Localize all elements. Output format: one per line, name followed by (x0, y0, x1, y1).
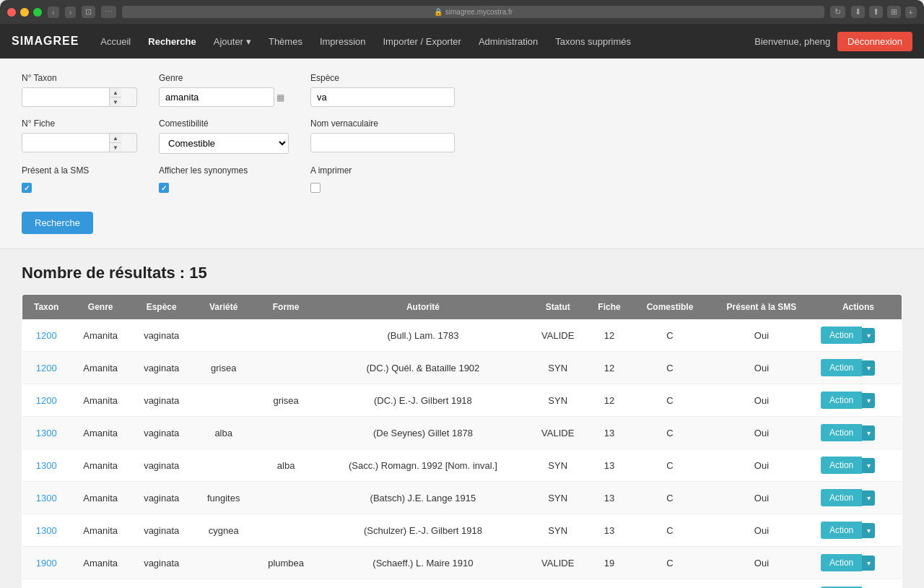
cell-autorite: (Sacc.) Romagn. 1992 [Nom. inval.] (317, 449, 528, 482)
cell-espece: vaginata (131, 449, 193, 482)
forward-button[interactable]: › (65, 7, 77, 18)
nav-accueil[interactable]: Accueil (93, 32, 138, 51)
action-dropdown-button[interactable]: ▾ (862, 393, 875, 408)
present-sms-label: Présent à la SMS (22, 165, 137, 176)
table-row: 1300 Amanita vaginata alba (Sacc.) Romag… (22, 449, 902, 482)
comestibilite-label: Comestibilité (159, 118, 289, 129)
nav-themes[interactable]: Thèmes (261, 32, 310, 51)
cell-statut: VALIDE (529, 319, 587, 352)
action-dropdown-button[interactable]: ▾ (862, 360, 875, 376)
fiche-down-btn[interactable]: ▼ (110, 143, 121, 152)
col-espece: Espèce (131, 295, 193, 320)
espece-input[interactable] (310, 87, 455, 107)
nav-recherche[interactable]: Recherche (141, 32, 203, 51)
back-button[interactable]: ‹ (48, 7, 59, 18)
cell-variete (192, 319, 254, 352)
col-genre: Genre (70, 295, 131, 320)
taxon-link[interactable]: 1300 (36, 428, 57, 438)
reload-button[interactable]: ↻ (830, 6, 845, 18)
synonymes-group: Afficher les synonymes (159, 165, 289, 193)
tabs-button[interactable]: ⋯ (101, 6, 116, 18)
taxon-link[interactable]: 1900 (36, 558, 57, 568)
nom-vernaculaire-input[interactable] (310, 133, 455, 152)
action-dropdown-button[interactable]: ▾ (862, 425, 875, 441)
taxon-link[interactable]: 1200 (36, 395, 57, 406)
minimize-button[interactable] (20, 8, 29, 17)
recherche-button[interactable]: Recherche (22, 212, 93, 234)
cell-forme: plumbea (255, 547, 317, 579)
fiche-input[interactable] (22, 134, 109, 152)
cell-actions: Action ▾ (815, 417, 902, 449)
action-dropdown-button[interactable]: ▾ (862, 523, 875, 538)
nav-administration[interactable]: Administration (471, 32, 545, 51)
nav-ajouter-btn[interactable]: Ajouter ▾ (206, 32, 258, 51)
form-row-2: N° Fiche ▲ ▼ Comestibilité Comestible To… (22, 118, 902, 154)
cell-taxon: 1300 (22, 449, 71, 482)
taxon-input[interactable] (22, 88, 109, 106)
nav-importer[interactable]: Importer / Exporter (376, 32, 468, 51)
cell-forme (255, 417, 317, 449)
cell-taxon: 1200 (22, 384, 71, 417)
cell-comestible: C (632, 514, 708, 547)
action-button[interactable]: Action (821, 327, 862, 344)
action-dropdown-button[interactable]: ▾ (862, 555, 875, 571)
action-button[interactable]: Action (821, 424, 862, 441)
nom-vernaculaire-label: Nom vernaculaire (310, 118, 455, 129)
cell-sms: Oui (708, 547, 815, 579)
action-dropdown-button[interactable]: ▾ (862, 458, 875, 473)
results-title: Nombre de résultats : 15 (22, 264, 902, 282)
taxon-up-btn[interactable]: ▲ (110, 88, 121, 98)
window-mode-button[interactable]: ⊡ (82, 6, 95, 18)
action-button[interactable]: Action (821, 359, 862, 376)
action-button[interactable]: Action (821, 457, 862, 474)
cell-statut: SYN (529, 384, 587, 417)
sidebar-button[interactable]: ⊞ (887, 6, 901, 18)
cell-taxon: 1900 (22, 547, 71, 579)
cell-forme (255, 319, 317, 352)
maximize-button[interactable] (33, 8, 42, 17)
synonymes-checkbox-group (159, 183, 289, 193)
action-dropdown-button[interactable]: ▾ (862, 328, 875, 343)
fiche-up-btn[interactable]: ▲ (110, 134, 121, 143)
genre-input-wrapper: ▦ (159, 87, 289, 107)
taxon-down-btn[interactable]: ▼ (110, 98, 121, 106)
nav-taxons[interactable]: Taxons supprimés (548, 32, 638, 51)
action-button[interactable]: Action (821, 392, 862, 409)
taxon-link[interactable]: 1200 (36, 363, 57, 373)
cell-genre: Amanita (70, 319, 131, 352)
action-button[interactable]: Action (821, 489, 862, 506)
cell-actions: Action ▾ (815, 384, 902, 417)
action-button[interactable]: Action (821, 522, 862, 539)
action-button[interactable]: Action (821, 554, 862, 571)
cell-genre: Amanita (70, 547, 131, 579)
imprimer-checkbox[interactable] (310, 183, 321, 193)
download-button[interactable]: ⬇ (851, 6, 865, 18)
taxon-link[interactable]: 1200 (36, 330, 57, 341)
taxon-link[interactable]: 1300 (36, 525, 57, 536)
cell-variete (192, 547, 254, 579)
cell-fiche: 12 (587, 384, 632, 417)
share-button[interactable]: ⬆ (869, 6, 883, 18)
action-dropdown-button[interactable]: ▾ (862, 490, 875, 506)
nav-impression[interactable]: Impression (313, 32, 373, 51)
taxon-link[interactable]: 1300 (36, 493, 57, 503)
chevron-down-icon: ▾ (246, 36, 251, 47)
genre-label: Genre (159, 73, 289, 83)
taxon-link[interactable]: 1300 (36, 460, 57, 471)
form-row-3: Présent à la SMS Afficher les synonymes … (22, 165, 902, 193)
synonymes-checkbox[interactable] (159, 183, 169, 193)
comestibilite-select[interactable]: Comestible Toxique Mortel Inconnu (159, 133, 289, 154)
present-sms-checkbox[interactable] (22, 183, 32, 193)
table-row: 1900 Amanita vaginata plumbea (Schaeff.)… (22, 547, 902, 579)
more-button[interactable]: + (905, 7, 917, 18)
taxon-spinner: ▲ ▼ (22, 87, 137, 107)
cell-actions: Action ▾ (815, 514, 902, 547)
deconnexion-button[interactable]: Déconnexion (837, 32, 912, 51)
cell-espece: vaginata (131, 319, 193, 352)
close-button[interactable] (7, 8, 16, 17)
cell-sms: Oui (708, 482, 815, 514)
cell-genre: Amanita (70, 579, 131, 589)
genre-input[interactable] (159, 87, 274, 107)
address-bar[interactable]: 🔒 simagree.mycostra.fr (122, 6, 824, 18)
cell-comestible: C (632, 319, 708, 352)
